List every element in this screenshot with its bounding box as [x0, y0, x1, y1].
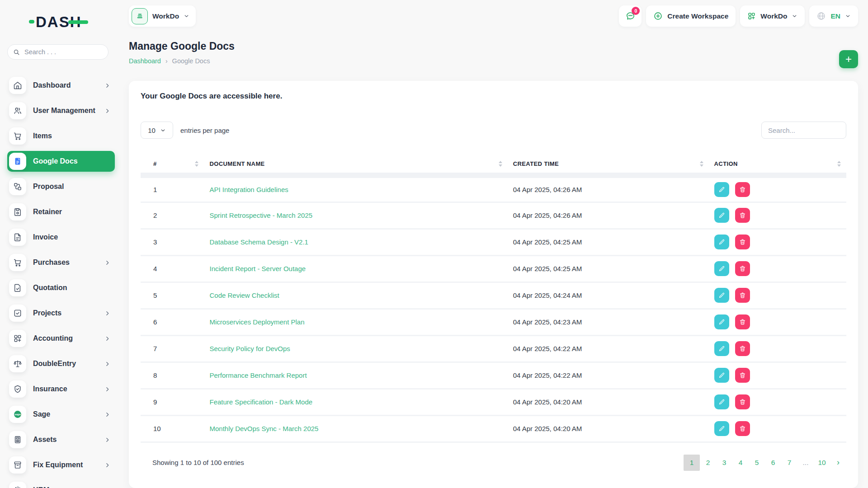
pencil-icon — [718, 186, 725, 193]
sidebar-item-user-management[interactable]: User Management — [7, 100, 115, 121]
pagination-page-3[interactable]: 3 — [716, 455, 732, 471]
pagination-page-7[interactable]: 7 — [781, 455, 797, 471]
row-created-time: 04 Apr 2025, 04:22 AM — [508, 335, 709, 362]
sidebar-item-google-docs[interactable]: Google Docs — [7, 151, 115, 172]
row-index: 1 — [141, 175, 204, 202]
document-link[interactable]: Performance Benchmark Report — [209, 371, 307, 379]
edit-button[interactable] — [714, 235, 729, 249]
delete-button[interactable] — [735, 394, 750, 409]
sidebar-item-items[interactable]: Items — [7, 126, 115, 146]
sidebar-item-insurance[interactable]: Insurance — [7, 379, 115, 399]
add-document-button[interactable]: + — [839, 50, 858, 68]
workspace-dropdown[interactable]: WorkDo — [740, 5, 805, 27]
sidebar-item-label: Sage — [33, 410, 104, 418]
edit-button[interactable] — [714, 394, 729, 409]
sidebar-item-label: Accounting — [33, 334, 104, 343]
pagination-page-10[interactable]: 10 — [814, 455, 830, 471]
messages-badge: 0 — [632, 7, 640, 15]
logo-accent-dot — [29, 20, 34, 23]
pagination-page-6[interactable]: 6 — [765, 455, 781, 471]
document-link[interactable]: Sprint Retrospective - March 2025 — [209, 211, 312, 219]
sidebar-item-proposal[interactable]: Proposal — [7, 176, 115, 197]
document-link[interactable]: Incident Report - Server Outage — [209, 265, 306, 272]
delete-button[interactable] — [735, 208, 750, 223]
sidebar-item-accounting[interactable]: Accounting — [7, 328, 115, 349]
edit-button[interactable] — [714, 182, 729, 197]
document-link[interactable]: Feature Specification - Dark Mode — [209, 398, 312, 406]
column-header-document-name[interactable]: DOCUMENT NAME — [204, 155, 507, 175]
row-created-time: 04 Apr 2025, 04:25 AM — [508, 255, 709, 282]
edit-button[interactable] — [714, 261, 729, 276]
sidebar-item-label: Retainer — [33, 208, 110, 216]
delete-button[interactable] — [735, 368, 750, 383]
edit-button[interactable] — [714, 208, 729, 223]
edit-button[interactable] — [714, 368, 729, 383]
app-logo[interactable]: DASH — [29, 13, 122, 31]
row-created-time: 04 Apr 2025, 04:25 AM — [508, 229, 709, 255]
delete-button[interactable] — [735, 421, 750, 436]
create-workspace-button[interactable]: Create Workspace — [646, 5, 736, 27]
sidebar-item-purchases[interactable]: Purchases — [7, 252, 115, 273]
delete-button[interactable] — [735, 261, 750, 276]
table-row: 2 Sprint Retrospective - March 2025 04 A… — [141, 202, 846, 229]
table-row: 9 Feature Specification - Dark Mode 04 A… — [141, 389, 846, 415]
delete-button[interactable] — [735, 182, 750, 197]
delete-button[interactable] — [735, 235, 750, 249]
edit-button[interactable] — [714, 341, 729, 356]
table-row: 3 Database Schema Design - V2.1 04 Apr 2… — [141, 229, 846, 255]
delete-button[interactable] — [735, 288, 750, 303]
pagination-page-2[interactable]: 2 — [700, 455, 716, 471]
sidebar-item-sage[interactable]: sage Sage — [7, 404, 115, 425]
document-link[interactable]: Security Policy for DevOps — [209, 345, 290, 352]
sidebar-search-input[interactable] — [24, 48, 103, 56]
document-link[interactable]: Monthly DevOps Sync - March 2025 — [209, 425, 318, 432]
pagination-page-4[interactable]: 4 — [732, 455, 749, 471]
sidebar-item-dashboard[interactable]: Dashboard — [7, 75, 115, 96]
row-created-time: 04 Apr 2025, 04:26 AM — [508, 202, 709, 229]
messages-button[interactable]: 0 — [619, 5, 642, 27]
row-created-time: 04 Apr 2025, 04:20 AM — [508, 415, 709, 442]
document-link[interactable]: Microservices Deployment Plan — [209, 318, 304, 326]
document-link[interactable]: Code Review Checklist — [209, 291, 279, 299]
table-search-input[interactable] — [761, 122, 846, 139]
sidebar-item-invoice[interactable]: Invoice — [7, 227, 115, 248]
document-link[interactable]: Database Schema Design - V2.1 — [209, 238, 308, 246]
sidebar-item-label: Purchases — [33, 258, 104, 267]
row-index: 6 — [141, 309, 204, 335]
home-icon — [9, 77, 26, 94]
sidebar-item-label: Invoice — [33, 233, 110, 241]
sage-logo-icon: sage — [9, 406, 26, 423]
edit-button[interactable] — [714, 314, 729, 329]
sidebar-item-projects[interactable]: Projects — [7, 303, 115, 324]
sidebar-item-fix-equipment[interactable]: Fix Equipment — [7, 455, 115, 475]
pagination-next[interactable]: › — [830, 455, 846, 471]
delete-button[interactable] — [735, 314, 750, 329]
sidebar-item-assets[interactable]: Assets — [7, 429, 115, 450]
sidebar-item-quotation[interactable]: Quotation — [7, 277, 115, 298]
pencil-icon — [718, 425, 725, 432]
sidebar-item-label: Fix Equipment — [33, 461, 104, 469]
sidebar-item-doubleentry[interactable]: DoubleEntry — [7, 353, 115, 374]
breadcrumb-link-dashboard[interactable]: Dashboard — [129, 57, 161, 65]
sidebar-item-retainer[interactable]: Retainer — [7, 202, 115, 222]
table-row: 5 Code Review Checklist 04 Apr 2025, 04:… — [141, 282, 846, 309]
edit-button[interactable] — [714, 288, 729, 303]
pencil-icon — [718, 212, 725, 219]
trash-icon — [739, 319, 746, 325]
pagination-ellipsis: ... — [797, 455, 814, 471]
sidebar-item-hrm[interactable]: HRM — [7, 480, 115, 488]
edit-button[interactable] — [714, 421, 729, 436]
column-header-action[interactable]: ACTION — [709, 155, 846, 175]
pagination-page-5[interactable]: 5 — [749, 455, 765, 471]
row-created-time: 04 Apr 2025, 04:24 AM — [508, 282, 709, 309]
column-header-created-time[interactable]: CREATED TIME — [508, 155, 709, 175]
column-header-index[interactable]: # — [141, 155, 204, 175]
table-row: 7 Security Policy for DevOps 04 Apr 2025… — [141, 335, 846, 362]
workspace-switcher[interactable]: WorkDo — [129, 5, 196, 27]
document-link[interactable]: API Integration Guidelines — [209, 186, 288, 193]
pagination-page-1[interactable]: 1 — [684, 455, 700, 471]
language-dropdown[interactable]: EN — [809, 5, 858, 27]
delete-button[interactable] — [735, 341, 750, 356]
svg-text:sage: sage — [14, 413, 21, 416]
entries-per-page-select[interactable]: 10 — [141, 122, 173, 139]
